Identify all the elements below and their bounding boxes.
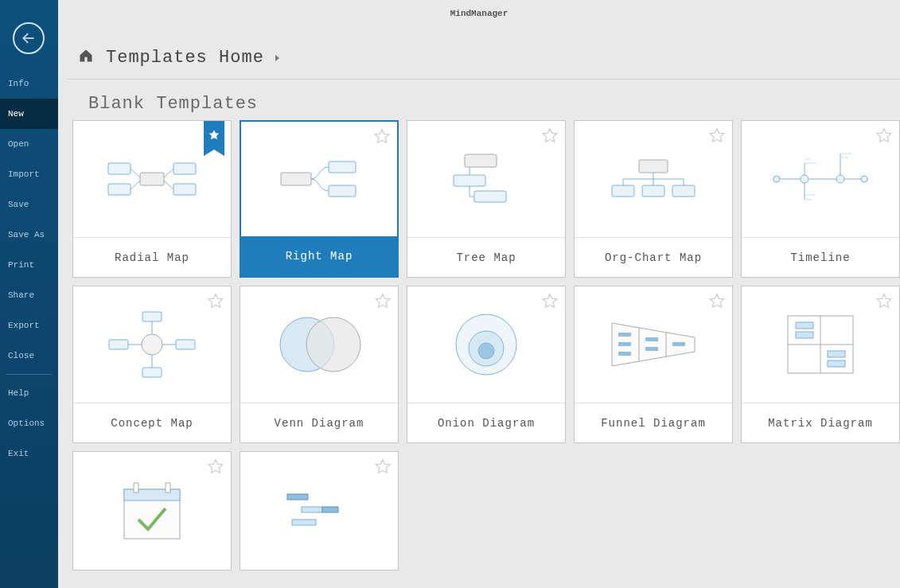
svg-rect-44 <box>142 368 162 377</box>
template-card-timeline[interactable]: Timeline <box>741 120 900 278</box>
sidebar-item-share[interactable]: Share <box>0 280 58 310</box>
svg-line-6 <box>131 169 140 177</box>
sidebar-separator <box>6 374 52 375</box>
svg-rect-11 <box>329 162 356 173</box>
sidebar-item-import[interactable]: Import <box>0 159 58 189</box>
star-icon[interactable] <box>374 293 392 314</box>
breadcrumb[interactable]: Templates Home <box>68 24 900 80</box>
svg-rect-62 <box>645 337 658 341</box>
template-label: Concept Map <box>73 403 231 442</box>
svg-rect-20 <box>612 185 634 197</box>
template-label: Timeline <box>742 237 899 277</box>
template-card-gantt[interactable] <box>240 451 399 570</box>
svg-rect-14 <box>454 175 485 186</box>
svg-line-8 <box>164 169 173 177</box>
svg-rect-73 <box>124 489 180 500</box>
template-label: Onion Diagram <box>407 403 565 442</box>
chevron-right-icon <box>275 55 279 61</box>
template-card-onion[interactable]: Onion Diagram <box>407 286 566 443</box>
sidebar-item-help[interactable]: Help <box>0 378 58 408</box>
sidebar-item-options[interactable]: Options <box>0 408 58 438</box>
star-icon[interactable] <box>207 458 224 480</box>
breadcrumb-label: Templates Home <box>106 48 264 68</box>
svg-rect-12 <box>329 185 356 197</box>
svg-rect-10 <box>281 173 311 185</box>
sidebar: Info New Open Import Save Save As Print … <box>0 0 58 588</box>
svg-rect-60 <box>618 342 631 346</box>
svg-point-29 <box>773 176 780 182</box>
template-label: Tree Map <box>407 237 565 277</box>
svg-rect-74 <box>134 483 138 493</box>
svg-rect-43 <box>142 312 162 321</box>
main-area: MindManager Templates Home Blank Templat… <box>58 0 900 588</box>
sidebar-item-info[interactable]: Info <box>0 68 58 99</box>
svg-rect-22 <box>672 185 695 197</box>
template-label: Right Map <box>241 236 397 276</box>
svg-line-7 <box>131 181 140 189</box>
sidebar-item-print[interactable]: Print <box>0 250 58 280</box>
template-label: Radial Map <box>73 237 231 277</box>
svg-point-55 <box>478 343 494 359</box>
star-icon[interactable] <box>541 127 559 149</box>
sidebar-item-close[interactable]: Close <box>0 341 58 371</box>
back-button[interactable] <box>13 22 45 54</box>
svg-rect-70 <box>828 351 845 357</box>
template-label: Venn Diagram <box>240 403 398 442</box>
svg-rect-2 <box>108 163 131 174</box>
svg-rect-15 <box>474 191 506 202</box>
template-card-calendar[interactable] <box>72 451 232 570</box>
template-card-radial[interactable]: Radial Map <box>72 120 232 278</box>
svg-rect-75 <box>166 483 170 493</box>
template-card-right[interactable]: Right Map <box>240 120 399 278</box>
svg-rect-45 <box>109 340 128 349</box>
template-card-funnel[interactable]: Funnel Diagram <box>574 286 733 443</box>
app-title: MindManager <box>58 0 900 24</box>
star-icon[interactable] <box>373 128 391 150</box>
template-card-tree[interactable]: Tree Map <box>407 120 566 278</box>
sidebar-item-save[interactable]: Save <box>0 189 58 220</box>
star-icon[interactable] <box>541 293 559 314</box>
svg-rect-68 <box>796 322 813 329</box>
template-card-org[interactable]: Org-Chart Map <box>574 120 733 278</box>
favorite-ribbon-icon[interactable] <box>204 121 224 150</box>
template-label: Org-Chart Map <box>575 237 732 277</box>
svg-point-52 <box>306 317 360 372</box>
template-label: Funnel Diagram <box>575 403 732 442</box>
svg-point-32 <box>861 176 867 182</box>
templates-grid: Radial Map Right Map Tree Map Org-Chart … <box>58 120 900 570</box>
star-icon[interactable] <box>708 293 726 314</box>
sidebar-item-new[interactable]: New <box>0 99 58 129</box>
template-card-matrix[interactable]: Matrix Diagram <box>741 286 900 443</box>
section-title: Blank Templates <box>88 94 900 114</box>
svg-line-9 <box>164 181 173 189</box>
svg-rect-21 <box>642 185 664 197</box>
svg-rect-46 <box>176 340 195 349</box>
svg-rect-79 <box>292 520 316 525</box>
sidebar-item-saveas[interactable]: Save As <box>0 220 58 250</box>
template-card-venn[interactable]: Venn Diagram <box>240 286 399 443</box>
svg-rect-61 <box>618 352 631 356</box>
star-icon[interactable] <box>374 458 392 480</box>
svg-rect-77 <box>302 507 322 512</box>
svg-point-30 <box>801 175 808 183</box>
svg-point-42 <box>142 334 162 355</box>
svg-rect-76 <box>287 494 308 500</box>
svg-rect-1 <box>140 173 164 185</box>
star-icon[interactable] <box>875 127 893 149</box>
svg-rect-3 <box>108 184 131 195</box>
star-icon[interactable] <box>708 127 726 149</box>
svg-rect-64 <box>672 342 685 346</box>
sidebar-item-open[interactable]: Open <box>0 129 58 159</box>
sidebar-item-exit[interactable]: Exit <box>0 438 58 469</box>
star-icon[interactable] <box>875 293 893 314</box>
svg-rect-59 <box>618 333 631 337</box>
star-icon[interactable] <box>207 293 224 314</box>
svg-rect-71 <box>828 360 845 367</box>
template-card-concept[interactable]: Concept Map <box>72 286 232 443</box>
svg-point-31 <box>836 175 844 183</box>
svg-rect-5 <box>173 184 196 195</box>
svg-rect-63 <box>645 347 658 351</box>
svg-rect-19 <box>639 160 668 173</box>
sidebar-item-export[interactable]: Export <box>0 310 58 341</box>
home-icon[interactable] <box>77 48 95 68</box>
